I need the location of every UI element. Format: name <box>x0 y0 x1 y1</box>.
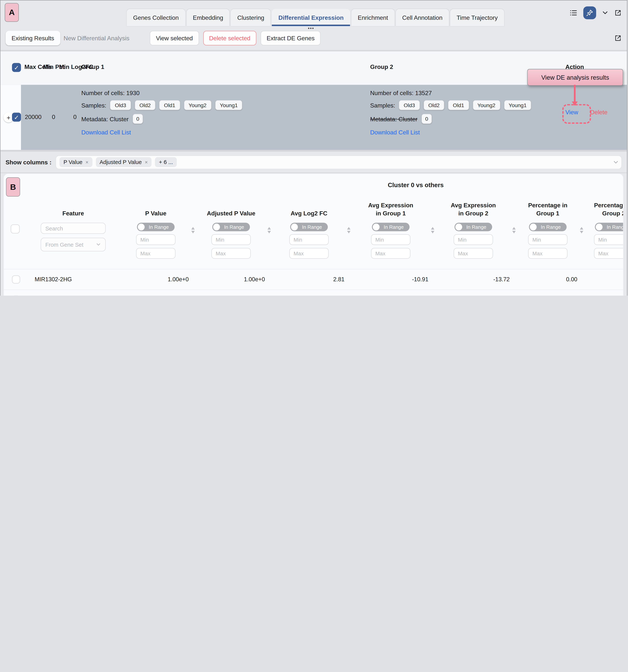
select-all-checkbox[interactable]: ✓ <box>12 63 21 72</box>
sample-chip: Old1 <box>448 100 469 110</box>
in-range-toggle[interactable]: In Range <box>290 223 328 231</box>
callout-arrow <box>574 85 575 102</box>
max-input[interactable] <box>136 248 175 259</box>
tab-clustering[interactable]: Clustering <box>231 9 271 26</box>
external-link-icon[interactable] <box>614 34 622 42</box>
view-de-callout: View DE analysis results <box>527 69 623 86</box>
tab-genes-collection[interactable]: Genes Collection <box>127 9 185 26</box>
feature-header-label: Feature <box>62 209 84 217</box>
remove-chip-icon[interactable]: × <box>85 159 89 165</box>
row-actions: View Delete <box>566 109 607 116</box>
group1-download-link[interactable]: Download Cell List <box>81 129 131 136</box>
group2-cell: Number of cells: 13527 Samples: Old3Old2… <box>370 87 558 151</box>
column-chip[interactable]: P Value× <box>60 157 92 167</box>
remove-chip-icon[interactable]: × <box>145 159 148 165</box>
in-range-toggle[interactable]: In Range <box>595 223 623 231</box>
column-header-group2: Group 2 <box>370 64 393 70</box>
group2-metadata-label: Metadata: Cluster <box>370 115 418 122</box>
min-input[interactable] <box>528 234 568 245</box>
max-input[interactable] <box>594 248 623 259</box>
tab-label: Differential Expression <box>278 14 344 21</box>
tab-enrichment[interactable]: Enrichment <box>351 9 394 26</box>
de-column-title-line: Group 2 <box>602 209 623 217</box>
min-input[interactable] <box>594 234 623 245</box>
segment-existing-results[interactable]: Existing Results <box>6 31 60 45</box>
de-table-body: MIR1302-2HG1.00e+01.00e+02.81-10.91-13.7… <box>4 269 623 296</box>
sample-chip: Young1 <box>504 100 531 110</box>
de-column-title-line: in Group 2 <box>458 209 488 217</box>
min-pct-value: 0 <box>43 114 55 120</box>
in-range-toggle[interactable]: In Range <box>212 223 250 231</box>
min-input[interactable] <box>290 234 329 245</box>
in-range-toggle-label: In Range <box>149 224 169 230</box>
min-input[interactable] <box>371 234 410 245</box>
value-cell: 2.81 <box>269 276 349 283</box>
pin-button[interactable] <box>583 6 596 19</box>
toolbar-buttons: View selectedDelete selectedExtract DE G… <box>141 31 321 45</box>
value-cell: -10.91 <box>349 276 433 283</box>
analysis-result-row[interactable]: + ✓ 20000 0 0 Number of cells: 1930 Samp… <box>0 85 627 150</box>
de-column-title-line: in Group 1 <box>376 209 406 217</box>
tab-cell-annotation[interactable]: Cell Annotation <box>396 9 449 26</box>
min-input[interactable] <box>136 234 175 245</box>
segment-new-differential-analysis[interactable]: New Differential Analysis <box>64 34 129 42</box>
de-column-title: Percentage inGroup 2 <box>594 198 623 218</box>
group2-metadata-chip: 0 <box>421 114 432 124</box>
delete-action-link[interactable]: Delete <box>590 109 607 116</box>
max-input[interactable] <box>211 248 251 259</box>
in-range-toggle[interactable]: In Range <box>372 223 409 231</box>
tab-bar: A Genes CollectionEmbeddingClusteringDif… <box>0 0 627 26</box>
in-range-toggle[interactable]: In Range <box>455 223 492 231</box>
in-range-toggle-label: In Range <box>302 224 322 230</box>
group1-cell: Number of cells: 1930 Samples: Old3Old2O… <box>81 87 361 151</box>
tab-time-trajectory[interactable]: Time Trajectory <box>450 9 504 26</box>
more-columns-chip[interactable]: + 6 ... <box>155 157 177 167</box>
results-toolbar: Existing ResultsNew Differential Analysi… <box>0 26 627 51</box>
table-row[interactable]: MIR1302-2HG1.00e+01.00e+02.81-10.91-13.7… <box>4 269 623 289</box>
in-range-toggle-label: In Range <box>224 224 244 230</box>
feature-search-input[interactable] <box>41 223 106 234</box>
de-column-header-3: Avg Log2 FCIn Range <box>269 198 349 269</box>
from-gene-set-select[interactable]: From Gene Set <box>41 238 106 251</box>
list-icon[interactable] <box>569 8 578 17</box>
in-range-toggle[interactable]: In Range <box>529 223 567 231</box>
view-action-link[interactable]: View <box>566 109 578 116</box>
max-input[interactable] <box>454 248 493 259</box>
group1-metadata-label: Metadata: Cluster <box>81 115 128 122</box>
chevron-down-icon[interactable] <box>602 9 608 16</box>
show-columns-select[interactable]: P Value×Adjusted P Value× + 6 ... <box>56 155 622 169</box>
group2-download-link[interactable]: Download Cell List <box>370 129 420 136</box>
sample-chip: Old2 <box>424 100 444 110</box>
external-link-icon[interactable] <box>614 9 622 17</box>
min-input[interactable] <box>211 234 251 245</box>
de-select-all-checkbox[interactable] <box>11 224 20 234</box>
view-de-callout-text: View DE analysis results <box>541 74 609 80</box>
min-input[interactable] <box>454 234 493 245</box>
view-selected-button[interactable]: View selected <box>150 31 199 45</box>
max-input[interactable] <box>290 248 329 259</box>
tabbar-icons <box>569 6 622 19</box>
column-chip[interactable]: Adjusted P Value× <box>96 157 152 167</box>
de-column-title-line: Avg Expression <box>368 201 413 209</box>
row-checkbox[interactable] <box>12 275 20 283</box>
tab-embedding[interactable]: Embedding <box>186 9 229 26</box>
de-column-title-line: Group 1 <box>536 209 559 217</box>
tab-strip: Genes CollectionEmbeddingClusteringDiffe… <box>127 9 504 26</box>
in-range-toggle[interactable]: In Range <box>137 223 175 231</box>
extract-de-genes-button[interactable]: Extract DE Genes <box>260 31 321 45</box>
max-input[interactable] <box>528 248 568 259</box>
de-table-title: Cluster 0 vs others <box>388 182 444 188</box>
view-segments: Existing ResultsNew Differential Analysi… <box>6 31 136 45</box>
table-row[interactable]: FAM138A7.06e-11.00e+00.32-10.91-11.240.0… <box>4 289 623 296</box>
de-column-header-6: Percentage inGroup 1In Range <box>514 198 581 269</box>
tab-differential-expression[interactable]: Differential Expression⋯ <box>272 9 350 26</box>
feature-name: MIR1302-2HG <box>28 276 119 283</box>
tab-label: Cell Annotation <box>402 14 443 21</box>
chevron-down-icon[interactable] <box>613 159 619 165</box>
de-column-title-line: Percentage in <box>594 201 623 209</box>
max-input[interactable] <box>371 248 410 259</box>
callout-arrow-head <box>572 101 578 106</box>
sample-chip: Young2 <box>473 100 500 110</box>
delete-selected-button[interactable]: Delete selected <box>203 31 256 45</box>
sample-chip: Old3 <box>110 100 131 110</box>
